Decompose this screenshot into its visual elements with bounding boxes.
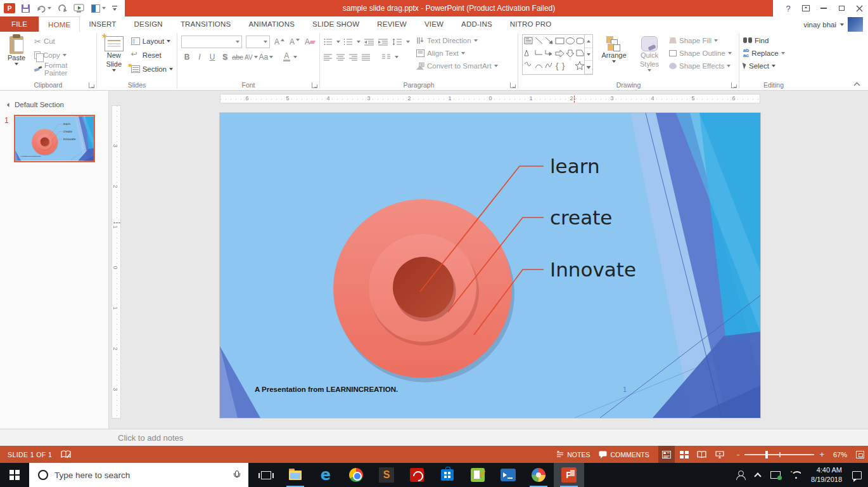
notes-placeholder[interactable]: Click to add notes xyxy=(118,433,183,443)
bold-button[interactable]: B xyxy=(181,51,193,63)
replace-button[interactable]: abacReplace xyxy=(743,47,804,59)
collapse-ribbon-icon[interactable] xyxy=(853,80,860,88)
tab-slideshow[interactable]: SLIDE SHOW xyxy=(303,16,368,32)
shapes-scroll-up-icon[interactable] xyxy=(585,35,592,48)
account-name[interactable]: vinay bhai xyxy=(803,21,836,29)
zoom-out-button[interactable]: - xyxy=(737,450,740,460)
taskbar-file-explorer[interactable] xyxy=(280,463,310,487)
undo-icon[interactable] xyxy=(36,4,51,13)
task-view-button[interactable] xyxy=(252,463,280,487)
tab-view[interactable]: VIEW xyxy=(416,16,452,32)
columns-icon[interactable] xyxy=(382,53,391,61)
convert-smartart-button[interactable]: Convert to SmartArt xyxy=(416,60,498,72)
align-center-icon[interactable] xyxy=(336,53,345,61)
taskbar-chrome[interactable] xyxy=(341,463,371,487)
zoom-slider[interactable] xyxy=(744,446,814,463)
section-button[interactable]: Section xyxy=(131,62,173,76)
spellcheck-icon[interactable] xyxy=(61,450,71,459)
comments-toggle[interactable]: COMMENTS xyxy=(599,451,649,458)
window-layout-icon[interactable] xyxy=(91,4,106,13)
taskbar-powershell[interactable] xyxy=(493,463,523,487)
account-dropdown-icon[interactable] xyxy=(840,23,844,26)
section-header[interactable]: Default Section xyxy=(8,101,64,108)
underline-button[interactable]: U xyxy=(207,51,218,63)
tab-insert[interactable]: INSERT xyxy=(80,16,125,32)
section-collapse-icon[interactable] xyxy=(7,102,11,107)
slideshow-view-button[interactable] xyxy=(712,446,728,463)
arrange-button[interactable]: Arrange xyxy=(598,34,630,63)
tab-file[interactable]: FILE xyxy=(0,16,39,32)
tab-transitions[interactable]: TRANSITIONS xyxy=(172,16,240,32)
taskbar-clock[interactable]: 4:40 AM 8/19/2018 xyxy=(811,465,842,485)
slide-thumbnail[interactable] xyxy=(14,115,95,162)
taskbar-edge[interactable]: e xyxy=(310,463,341,487)
format-painter-button[interactable]: Format Painter xyxy=(34,62,93,76)
text-direction-button[interactable]: Text Direction xyxy=(416,34,498,46)
new-slide-button[interactable]: New Slide xyxy=(101,34,127,76)
justify-icon[interactable] xyxy=(362,53,371,61)
taskbar-search[interactable]: Type here to search xyxy=(29,463,248,487)
shapes-gallery[interactable]: { } xyxy=(522,34,585,75)
clipboard-dialog-launcher-icon[interactable] xyxy=(89,82,94,88)
increase-indent-icon[interactable] xyxy=(378,38,388,46)
notes-toggle[interactable]: NOTES xyxy=(556,451,590,458)
paragraph-dialog-launcher-icon[interactable] xyxy=(510,82,516,88)
wifi-icon[interactable] xyxy=(791,471,801,479)
italic-button[interactable]: I xyxy=(194,51,205,63)
select-button[interactable]: Select xyxy=(743,60,804,72)
line-spacing-icon[interactable] xyxy=(392,38,402,46)
text-shadow-button[interactable]: S xyxy=(219,51,231,63)
find-button[interactable]: Find xyxy=(743,34,804,46)
notes-pane[interactable]: Click to add notes xyxy=(0,429,868,446)
save-icon[interactable] xyxy=(22,4,30,13)
taskbar-powerpoint[interactable]: P xyxy=(554,463,584,487)
align-text-button[interactable]: Align Text xyxy=(416,47,498,59)
character-spacing-button[interactable]: AV xyxy=(245,51,258,63)
align-left-icon[interactable] xyxy=(324,53,333,61)
slide-canvas[interactable] xyxy=(220,113,760,418)
zoom-in-button[interactable]: + xyxy=(819,450,824,459)
zoom-slider-thumb[interactable] xyxy=(765,451,768,458)
cast-display-icon[interactable] xyxy=(770,471,781,479)
decrease-indent-icon[interactable] xyxy=(364,38,374,46)
copy-button[interactable]: Copy xyxy=(34,48,93,62)
taskbar-store[interactable] xyxy=(432,463,463,487)
microphone-icon[interactable] xyxy=(233,471,239,479)
tab-animations[interactable]: ANIMATIONS xyxy=(239,16,303,32)
layout-button[interactable]: Layout xyxy=(131,34,173,48)
clear-formatting-button[interactable]: A xyxy=(304,36,316,48)
grow-font-button[interactable]: A xyxy=(274,36,285,48)
tab-nitropro[interactable]: NITRO PRO xyxy=(501,16,561,32)
repeat-icon[interactable] xyxy=(58,4,67,13)
normal-view-button[interactable] xyxy=(658,446,675,463)
shrink-font-button[interactable]: A xyxy=(289,36,300,48)
zoom-level[interactable]: 67% xyxy=(833,451,847,458)
change-case-button[interactable]: Aa xyxy=(259,51,274,63)
taskbar-sublime[interactable]: S xyxy=(371,463,402,487)
shapes-more-icon[interactable] xyxy=(585,61,592,74)
tab-review[interactable]: REVIEW xyxy=(368,16,416,32)
bullets-icon[interactable] xyxy=(324,38,333,46)
reset-button[interactable]: Reset xyxy=(131,48,173,62)
taskbar-acrobat[interactable] xyxy=(402,463,432,487)
shape-effects-button[interactable]: Shape Effects xyxy=(669,60,732,72)
drawing-dialog-launcher-icon[interactable] xyxy=(731,82,737,88)
action-center-icon[interactable] xyxy=(852,471,862,479)
avatar[interactable] xyxy=(848,17,863,32)
font-dialog-launcher-icon[interactable] xyxy=(312,82,317,88)
tab-design[interactable]: DESIGN xyxy=(125,16,172,32)
people-icon[interactable] xyxy=(736,471,745,479)
slide-counter[interactable]: SLIDE 1 OF 1 xyxy=(8,451,52,458)
help-icon[interactable]: ? xyxy=(779,0,797,16)
align-right-icon[interactable] xyxy=(349,53,358,61)
strikethrough-button[interactable]: abc xyxy=(232,51,243,63)
start-from-beginning-icon[interactable] xyxy=(73,4,85,13)
taskbar-notepadpp[interactable] xyxy=(463,463,493,487)
tab-addins[interactable]: ADD-INS xyxy=(452,16,501,32)
numbering-icon[interactable] xyxy=(344,38,353,46)
shape-outline-button[interactable]: Shape Outline xyxy=(669,47,732,59)
fit-slide-to-window-icon[interactable] xyxy=(856,451,864,458)
start-button[interactable] xyxy=(0,463,29,487)
restore-icon[interactable] xyxy=(833,0,850,16)
paste-button[interactable]: Paste xyxy=(4,34,29,76)
